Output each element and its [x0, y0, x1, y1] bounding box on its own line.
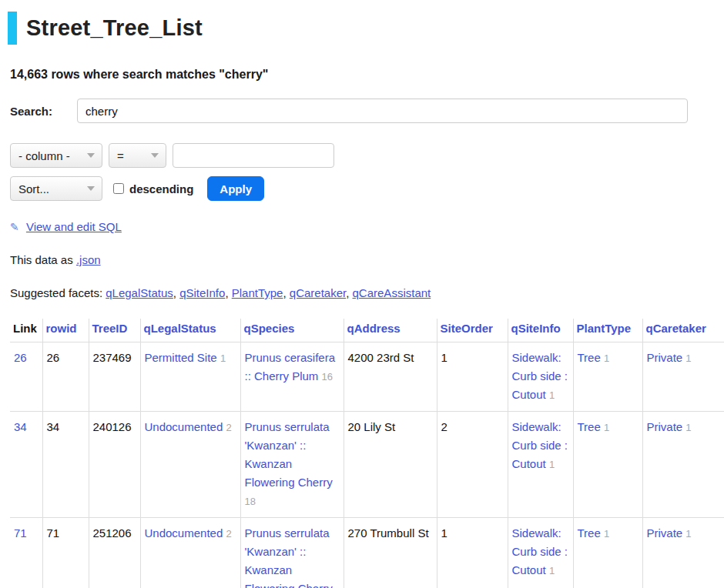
- row-link[interactable]: 71: [14, 526, 27, 540]
- column-header-SiteOrder: SiteOrder: [437, 319, 508, 342]
- cell-tree_id: 240126: [89, 412, 140, 518]
- species-facet-link[interactable]: Prunus serrulata 'Kwanzan' :: Kwanzan Fl…: [245, 420, 333, 489]
- cell-site_order: 1: [437, 518, 508, 588]
- pencil-icon: ✎: [10, 221, 19, 233]
- legal_status-count: 2: [226, 422, 231, 433]
- json-link[interactable]: .json: [76, 253, 101, 266]
- cell-legal_status: Undocumented 2: [140, 518, 240, 588]
- cell-species: Prunus cerasifera :: Cherry Plum 16: [240, 342, 344, 412]
- legal_status-facet-link[interactable]: Undocumented: [145, 526, 223, 540]
- site_info-facet-link[interactable]: Sidewalk: Curb side : Cutout: [512, 420, 568, 470]
- cell-species: Prunus serrulata 'Kwanzan' :: Kwanzan Fl…: [240, 412, 344, 518]
- table-row: 7171251206Undocumented 2Prunus serrulata…: [10, 518, 724, 588]
- legal_status-facet-link[interactable]: Permitted Site: [145, 351, 217, 364]
- cell-plant_type: Tree 1: [573, 518, 642, 588]
- table-row: 3434240126Undocumented 2Prunus serrulata…: [10, 412, 724, 518]
- plant_type-count: 1: [604, 352, 609, 364]
- column-header-qAddress: qAddress: [344, 319, 437, 342]
- sql-line: ✎ View and edit SQL: [10, 220, 714, 233]
- filter-value-input[interactable]: [173, 143, 334, 168]
- species-count: 16: [322, 371, 333, 383]
- facet-link-qCareAssistant[interactable]: qCareAssistant: [353, 286, 431, 299]
- plant_type-facet-link[interactable]: Tree: [578, 351, 601, 364]
- cell-rowid: 26: [42, 342, 89, 412]
- column-sort-link-qCaretaker[interactable]: qCaretaker: [646, 322, 706, 335]
- sort-select[interactable]: Sort...: [10, 176, 102, 201]
- column-header-qSpecies: qSpecies: [240, 319, 344, 342]
- cell-tree_id: 237469: [89, 342, 140, 412]
- filter-form: - column - =: [10, 143, 714, 168]
- cell-tree_id: 251206: [89, 518, 140, 588]
- cell-caretaker: Private 1: [642, 518, 724, 588]
- chevron-down-icon: [151, 153, 159, 158]
- cell-site_order: 2: [437, 412, 508, 518]
- caretaker-facet-link[interactable]: Private: [647, 420, 683, 433]
- facet-link-qLegalStatus[interactable]: qLegalStatus: [106, 286, 173, 299]
- column-sort-link-qSiteInfo[interactable]: qSiteInfo: [511, 322, 561, 335]
- column-header-qCaretaker: qCaretaker: [642, 319, 724, 342]
- column-sort-link-TreeID[interactable]: TreeID: [92, 322, 128, 335]
- cell-caretaker: Private 1: [642, 342, 724, 412]
- facet-link-PlantType[interactable]: PlantType: [232, 286, 283, 299]
- caretaker-count: 1: [685, 352, 691, 364]
- cell-link: 34: [10, 412, 42, 518]
- cell-species: Prunus serrulata 'Kwanzan' :: Kwanzan Fl…: [240, 518, 344, 588]
- column-header-TreeID: TreeID: [89, 319, 140, 342]
- cell-site_info: Sidewalk: Curb side : Cutout 1: [508, 412, 573, 518]
- caretaker-facet-link[interactable]: Private: [647, 526, 683, 540]
- plant_type-facet-link[interactable]: Tree: [578, 526, 601, 540]
- page-title: Street_Tree_List: [8, 12, 724, 45]
- cell-plant_type: Tree 1: [573, 342, 642, 412]
- sort-form: Sort... descending Apply: [10, 176, 714, 201]
- filter-column-select[interactable]: - column -: [10, 143, 102, 168]
- legal_status-facet-link[interactable]: Undocumented: [145, 420, 223, 433]
- cell-legal_status: Permitted Site 1: [140, 342, 240, 412]
- chevron-down-icon: [87, 153, 95, 158]
- site_info-facet-link[interactable]: Sidewalk: Curb side : Cutout: [512, 351, 568, 401]
- row-count-summary: 14,663 rows where search matches "cherry…: [10, 68, 714, 82]
- row-link[interactable]: 34: [14, 420, 27, 433]
- search-form: Search:: [10, 99, 714, 123]
- site_info-facet-link[interactable]: Sidewalk: Curb side : Cutout: [512, 526, 568, 576]
- cell-rowid: 71: [42, 518, 89, 588]
- column-header-Link: Link: [10, 319, 42, 342]
- species-facet-link[interactable]: Prunus serrulata 'Kwanzan' :: Kwanzan Fl…: [245, 526, 333, 588]
- descending-checkbox[interactable]: [113, 183, 124, 194]
- column-sort-link-qLegalStatus[interactable]: qLegalStatus: [144, 322, 216, 335]
- cell-link: 71: [10, 518, 42, 588]
- site_info-count: 1: [549, 565, 555, 576]
- column-sort-link-rowid[interactable]: rowid: [46, 322, 77, 335]
- search-input[interactable]: [77, 99, 688, 123]
- plant_type-count: 1: [604, 528, 609, 540]
- column-header-PlantType: PlantType: [573, 319, 642, 342]
- apply-button[interactable]: Apply: [207, 176, 264, 201]
- cell-address: 4200 23rd St: [344, 342, 437, 412]
- column-header-qSiteInfo: qSiteInfo: [508, 319, 573, 342]
- descending-label: descending: [129, 182, 193, 195]
- row-link[interactable]: 26: [14, 351, 27, 364]
- search-label: Search:: [10, 105, 77, 118]
- column-header-rowid: rowid: [42, 319, 89, 342]
- column-sort-link-qAddress[interactable]: qAddress: [347, 322, 401, 335]
- table-header-row: LinkrowidTreeIDqLegalStatusqSpeciesqAddr…: [10, 319, 724, 342]
- caretaker-facet-link[interactable]: Private: [647, 351, 683, 364]
- table-row: 2626237469Permitted Site 1Prunus cerasif…: [10, 342, 724, 412]
- view-edit-sql-link[interactable]: View and edit SQL: [26, 220, 122, 233]
- site_info-count: 1: [549, 389, 555, 401]
- column-header-qLegalStatus: qLegalStatus: [140, 319, 240, 342]
- column-sort-link-qSpecies[interactable]: qSpecies: [244, 322, 295, 335]
- cell-caretaker: Private 1: [642, 412, 724, 518]
- column-sort-link-SiteOrder[interactable]: SiteOrder: [441, 322, 493, 335]
- filter-column-select-value: - column -: [18, 149, 70, 162]
- facets-prefix: Suggested facets:: [10, 286, 106, 299]
- legal_status-count: 1: [220, 352, 226, 364]
- cell-site_order: 1: [437, 342, 508, 412]
- cell-address: 20 Lily St: [344, 412, 437, 518]
- column-sort-link-PlantType[interactable]: PlantType: [577, 322, 632, 335]
- filter-operator-select[interactable]: =: [109, 143, 166, 168]
- cell-link: 26: [10, 342, 42, 412]
- plant_type-facet-link[interactable]: Tree: [578, 420, 601, 433]
- facet-link-qCaretaker[interactable]: qCaretaker: [290, 286, 346, 299]
- cell-rowid: 34: [42, 412, 89, 518]
- facet-link-qSiteInfo[interactable]: qSiteInfo: [179, 286, 225, 299]
